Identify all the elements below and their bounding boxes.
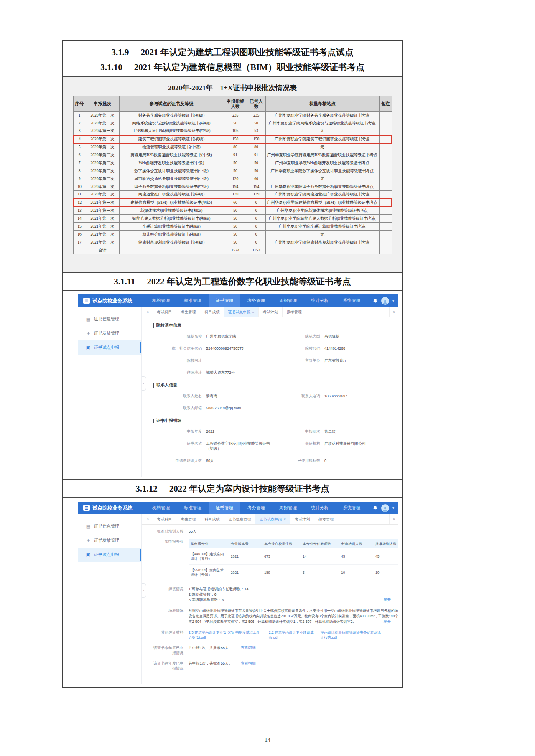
chevron-down-icon[interactable]: ∨ [283,518,286,521]
tab-exam-subjects[interactable]: 考试科目 [153,307,176,317]
user-avatar[interactable] [381,297,389,305]
field-label: 批准总培训人数 [150,529,183,534]
sidebar-item-cert-pilot-apply[interactable]: ▣ 证书试点申报 [78,548,141,562]
caret-down-icon[interactable]: ▾ [392,299,394,303]
section-bar-icon [153,323,154,328]
caret-down-icon[interactable]: ▾ [392,506,394,510]
tab-refresh-icon[interactable]: ○ [147,517,149,521]
pdf-link[interactable]: 2.3 建筑室内设计专业“1+X”证书制度试点工作方案(1).pdf [189,630,262,640]
tab-subject-scores[interactable]: 科目成绩 [200,307,224,317]
nav-item-org-mgmt[interactable]: 机构管理 [145,294,177,307]
nav-item-system-mgmt[interactable]: 系统管理 [336,502,367,514]
tab-cert-pilot-apply[interactable]: 证书试点申报 × [224,307,258,317]
batch-table-row: 92020年第二次城市轨道交通站务职业技能等级证书(中级)12060无 [73,175,392,183]
this-year-apply-value: 共申报1次，共批准55人。查看明细 [189,645,391,650]
heading-3-1-11: 3.1.11 2022 年认定为工程造价数字化职业技能等级证书考点 [114,276,351,287]
batch-table-row: 172021年第一次健康财富规划职业技能等级证书(初级)500广州华夏职业学院健… [73,238,392,246]
batch-table-row: 82020年第二次数字媒体交互设计职业技能等级证书(中级)5050广州华夏职业学… [73,167,392,175]
nav-item-org-mgmt[interactable]: 机构管理 [145,502,177,514]
approved-trainees-value: 55人 [189,529,391,534]
batch-table-title: 2020年-2021年 1+X证书申报批次情况表 [63,81,402,96]
tabbar-chevron-down-icon[interactable]: ∨ [389,514,398,524]
field-label: 主管单位 [271,358,320,363]
tab-cert-pilot-apply[interactable]: 证书试点申报 ∨ [255,514,290,524]
heading-text: 2021 年认定为建筑信息模型（BIM）职业技能等级证书考点 [134,61,364,73]
tab-registration-mgmt[interactable]: 报考管理 [282,307,306,317]
pdf-link[interactable]: 2.2 建筑室内设计专业建设成效.pdf [269,630,314,640]
tabbar-chevron-down-icon[interactable]: ∨ [389,307,398,317]
tab-candidate-mgmt[interactable]: 考生管理 [176,514,200,524]
section-bar-icon [153,383,154,388]
close-tab-icon[interactable]: × [252,310,254,314]
tab-cert-info-mgmt[interactable]: 证书信息管理 [224,514,255,524]
nav-item-standard-mgmt[interactable]: 标准管理 [177,294,209,307]
sidebar-item-cert-info[interactable]: ▤ 证书信息管理 [78,519,141,533]
tab-exam-subjects[interactable]: 考试科目 [153,514,176,524]
nav-item-exam-mgmt[interactable]: 考务管理 [240,502,272,514]
nav-item-report-mgmt[interactable]: 周报管理 [272,294,304,307]
nav-item-stats[interactable]: 统计分析 [304,294,336,307]
view-detail-link[interactable]: 查看明细 [241,661,256,666]
sidebar-collapse-handle[interactable]: ‹ [142,583,146,598]
nav-item-report-mgmt[interactable]: 周报管理 [272,502,304,514]
tab-exam-plan[interactable]: 考试计划 [290,514,314,524]
bell-icon[interactable] [372,298,378,304]
contact-phone-value: 13632223697 [324,393,347,398]
brand-logo-icon: ≣ [83,505,90,511]
tab-registration-mgmt[interactable]: 报考管理 [314,514,338,524]
tab-bar: ○ 考试科目 考生管理 科目成绩 证书信息管理 证书试点申报 ∨ 考试计划 报考… [142,514,398,525]
specialty-table-row: 【550114】室内艺术设计（专科）20211895101010 [189,565,398,581]
system-screenshot-1: ≣ 试点院校业务系统 机构管理 标准管理 证书管理 考务管理 周报管理 统计分析… [78,294,398,477]
field-label: 院校网址 [153,358,202,363]
nav-right: ▾ [372,297,394,305]
tab-refresh-icon[interactable]: ○ [147,310,149,314]
heading-text: 2021 年认定为建筑工程识图职业技能等级证书考点试点 [140,46,353,58]
heading-number: 3.1.11 [114,277,135,287]
user-avatar[interactable] [381,504,389,512]
app-body: ▤ 证书信息管理 ✈ 证书发放管理 ▣ 证书试点申报 ○ 考试科 [78,514,398,684]
bell-icon[interactable] [372,505,378,511]
sidebar-item-cert-pilot-apply[interactable]: ▣ 证书试点申报 [78,340,141,355]
nav-item-standard-mgmt[interactable]: 标准管理 [177,502,209,514]
expand-link[interactable]: 展开 [383,597,391,603]
sidebar-item-label: 证书发放管理 [94,330,119,336]
headings-section: 3.1.9 2021 年认定为建筑工程识图职业技能等级证书考点试点 3.1.10… [63,41,402,76]
heading-3-1-12-section: 3.1.12 2022 年认定为室内设计技能等级证书考点 [63,479,402,497]
heading-number: 3.1.12 [135,484,158,494]
specialty-table-row: 【440106】建筑室内设计（专科）202167314454545 [189,548,398,565]
batch-table-row: 122021年第一次建筑信息模型（BIM）职业技能等级证书(初级)600广州华夏… [73,199,392,207]
batch-table-row: 32020年第一次工业机器人应用编程职业技能等级证书(中级)10553无 [73,127,392,135]
school-code-value: 4144014268 [324,346,345,351]
nav-item-exam-mgmt[interactable]: 考务管理 [240,294,272,307]
cert-issue-icon: ✈ [86,331,91,336]
batch-table-row: 162021年第一次幼儿照护职业技能等级证书(初级)500无 [73,231,392,238]
sidebar-item-cert-issue[interactable]: ✈ 证书发放管理 [78,326,141,340]
sidebar-collapse-handle[interactable]: ‹ [142,376,146,391]
apply-year-value: 2022 [206,429,214,434]
main-panel: ○ 考试科目 考生管理 科目成绩 证书信息管理 证书试点申报 ∨ 考试计划 报考… [142,514,398,684]
sidebar: ▤ 证书信息管理 ✈ 证书发放管理 ▣ 证书试点申报 [78,514,142,684]
sidebar: ▤ 证书信息管理 ✈ 证书发放管理 ▣ 证书试点申报 [78,307,142,477]
sidebar-item-cert-issue[interactable]: ✈ 证书发放管理 [78,533,141,548]
authority-value: 广东省教育厅 [324,358,347,363]
pdf-link[interactable]: 室内设计职业技能等级证书备案表及论证报告.pdf [321,630,384,640]
nav-item-cert-mgmt[interactable]: 证书管理 [209,502,240,514]
person-icon [382,506,388,512]
batch-table-row: 42020年第一次建筑工程识图职业技能等级证书(初级)150150广州华夏职业学… [73,135,392,143]
nav-item-system-mgmt[interactable]: 系统管理 [336,294,367,307]
cert-apply-icon: ▣ [86,552,91,558]
view-detail-link[interactable]: 查看明细 [241,645,256,650]
tab-candidate-mgmt[interactable]: 考生管理 [176,307,200,317]
nav-item-stats[interactable]: 统计分析 [304,502,336,514]
field-label: 联系人姓名 [153,393,202,398]
heading-number: 3.1.10 [100,62,122,73]
section-cert-apply-detail: 证书申报明细 [153,418,389,424]
tab-subject-scores[interactable]: 科目成绩 [200,514,224,524]
field-label: 申报批次 [271,429,320,434]
nav-item-cert-mgmt[interactable]: 证书管理 [209,294,240,307]
field-label: 联系人电话 [271,393,320,398]
expand-link[interactable]: 展开 [383,619,391,624]
batch-table-row: 152021年第一次个税计算职业技能等级证书(初级)500广州华夏职业学院个税计… [73,223,392,231]
tab-exam-plan[interactable]: 考试计划 [258,307,282,317]
sidebar-item-cert-info[interactable]: ▤ 证书信息管理 [78,312,141,326]
